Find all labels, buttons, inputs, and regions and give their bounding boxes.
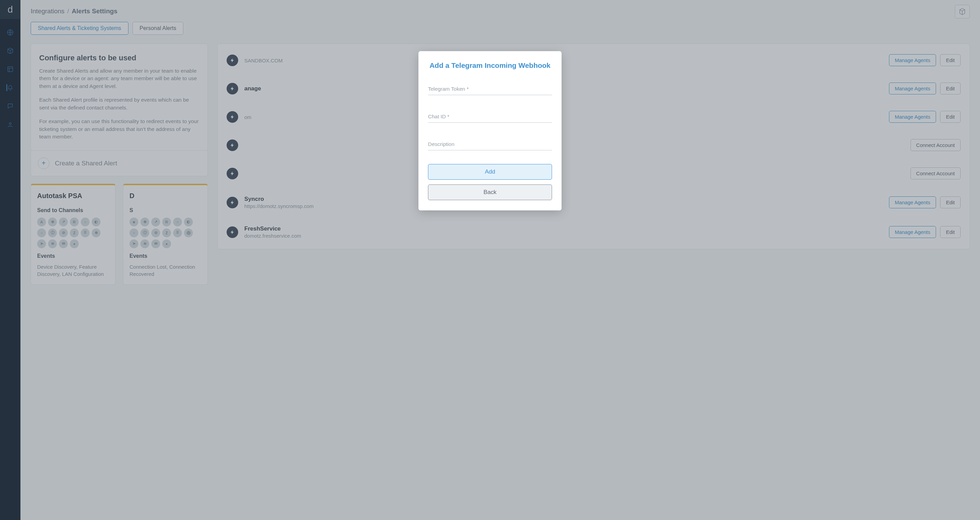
- modal-title: Add a Telegram Incoming Webhook: [428, 61, 552, 70]
- description-input[interactable]: [428, 139, 552, 150]
- add-button[interactable]: Add: [428, 164, 552, 180]
- modal-overlay[interactable]: Add a Telegram Incoming Webhook Add Back: [0, 0, 980, 520]
- chat-id-input[interactable]: [428, 112, 552, 123]
- telegram-token-input[interactable]: [428, 84, 552, 95]
- telegram-webhook-modal: Add a Telegram Incoming Webhook Add Back: [418, 51, 562, 211]
- back-button[interactable]: Back: [428, 185, 552, 200]
